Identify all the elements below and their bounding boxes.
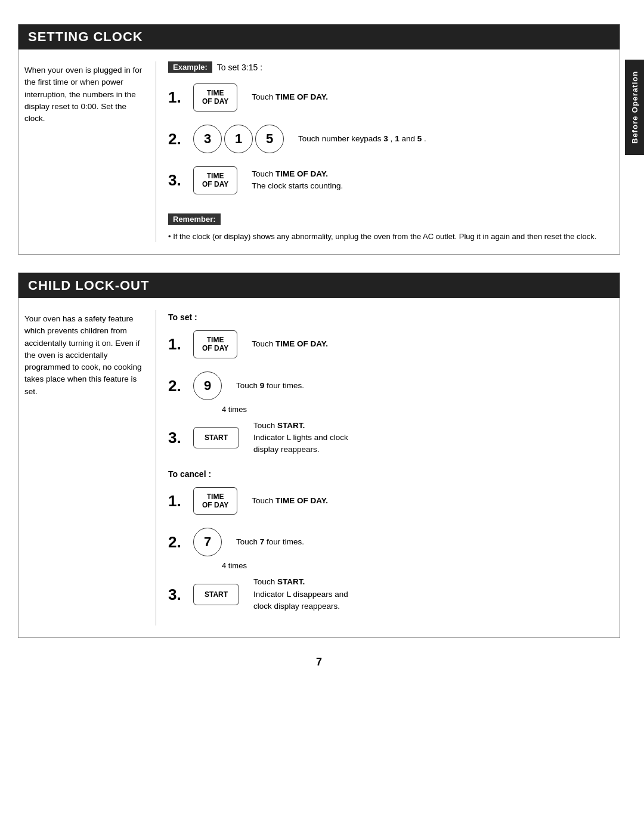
start-button-2[interactable]: START: [193, 584, 239, 605]
setting-clock-instructions: Example: To set 3:15 : 1. TIME OF DAY To…: [156, 61, 614, 242]
setting-clock-step-1: 1. TIME OF DAY Touch TIME OF DAY.: [168, 83, 614, 112]
child-lock-out-section: CHILD LOCK-OUT Your oven has a safety fe…: [18, 273, 620, 638]
remember-section: Remember: • If the clock (or display) sh…: [168, 208, 614, 243]
set-step-1-number: 1.: [168, 336, 186, 352]
child-time-of-day-button-1[interactable]: TIME OF DAY: [193, 330, 237, 358]
set-step-1-desc: Touch TIME OF DAY.: [252, 338, 328, 350]
setting-clock-step-3: 3. TIME OF DAY Touch TIME OF DAY.The clo…: [168, 166, 614, 194]
setting-clock-header: SETTING CLOCK: [18, 24, 620, 49]
keypad-5[interactable]: 5: [255, 125, 284, 153]
cancel-step-2-number: 2.: [168, 534, 186, 550]
step-2-desc: Touch number keypads 3 , 1 and 5 .: [298, 133, 426, 145]
child-lock-cancel-step-1: 1. TIME OF DAY Touch TIME OF DAY.: [168, 487, 614, 515]
child-lock-out-instructions: To set : 1. TIME OF DAY Touch TIME OF DA…: [156, 310, 614, 626]
setting-clock-left-text: When your oven is plugged in for the fir…: [24, 61, 156, 242]
before-operation-tab: Before Operation: [625, 60, 644, 155]
set-step-2-number: 2.: [168, 378, 186, 394]
child-lock-out-left-text: Your oven has a safety feature which pre…: [24, 310, 156, 626]
cancel-step-2-desc: Touch 7 four times.: [236, 536, 304, 548]
set-step-3-number: 3.: [168, 430, 186, 445]
step-2-number: 2.: [168, 131, 186, 147]
step-1-number: 1.: [168, 89, 186, 105]
example-text: To set 3:15 :: [217, 63, 262, 72]
child-lock-set-step-3: 3. START Touch START.Indicator L lights …: [168, 420, 614, 456]
to-set-label: To set :: [168, 312, 614, 322]
child-time-of-day-button-2[interactable]: TIME OF DAY: [193, 487, 237, 515]
time-of-day-button-2[interactable]: TIME OF DAY: [193, 166, 237, 194]
child-lock-cancel-step-3: 3. START Touch START.Indicator L disappe…: [168, 576, 614, 612]
step-1-desc: Touch TIME OF DAY.: [252, 91, 328, 103]
child-lock-cancel-step-2: 2. 7 Touch 7 four times.: [168, 528, 614, 556]
child-lock-set-step-1: 1. TIME OF DAY Touch TIME OF DAY.: [168, 330, 614, 358]
remember-label: Remember:: [168, 213, 221, 225]
time-of-day-button-1[interactable]: TIME OF DAY: [193, 83, 237, 112]
keypad-9[interactable]: 9: [193, 371, 222, 400]
remember-note: • If the clock (or display) shows any ab…: [168, 231, 614, 243]
step-3-desc: Touch TIME OF DAY.The clock starts count…: [252, 168, 343, 193]
cancel-step-3-number: 3.: [168, 587, 186, 602]
cancel-step-3-desc: Touch START.Indicator L disappears andcl…: [253, 576, 348, 612]
example-bar: Example: To set 3:15 :: [168, 61, 614, 73]
child-lock-set-step-2: 2. 9 Touch 9 four times.: [168, 371, 614, 400]
keypad-3[interactable]: 3: [193, 125, 222, 153]
keypad-1[interactable]: 1: [224, 125, 253, 153]
cancel-step-2-times: 4 times: [222, 561, 614, 570]
setting-clock-section: SETTING CLOCK When your oven is plugged …: [18, 24, 620, 255]
child-lock-out-header: CHILD LOCK-OUT: [18, 273, 620, 298]
page-number: 7: [18, 656, 620, 668]
example-label: Example:: [168, 61, 212, 73]
cancel-step-1-desc: Touch TIME OF DAY.: [252, 495, 328, 507]
set-step-2-desc: Touch 9 four times.: [236, 380, 304, 392]
step-3-number: 3.: [168, 172, 186, 188]
set-step-2-times: 4 times: [222, 405, 614, 414]
cancel-step-1-number: 1.: [168, 493, 186, 509]
keypad-7[interactable]: 7: [193, 528, 222, 556]
keypads-row: 3 1 5: [193, 125, 284, 153]
to-cancel-label: To cancel :: [168, 469, 614, 479]
start-button-1[interactable]: START: [193, 427, 239, 448]
set-step-3-desc: Touch START.Indicator L lights and clock…: [253, 420, 348, 456]
setting-clock-step-2: 2. 3 1 5 Touch number keypads 3 , 1 and …: [168, 125, 614, 153]
